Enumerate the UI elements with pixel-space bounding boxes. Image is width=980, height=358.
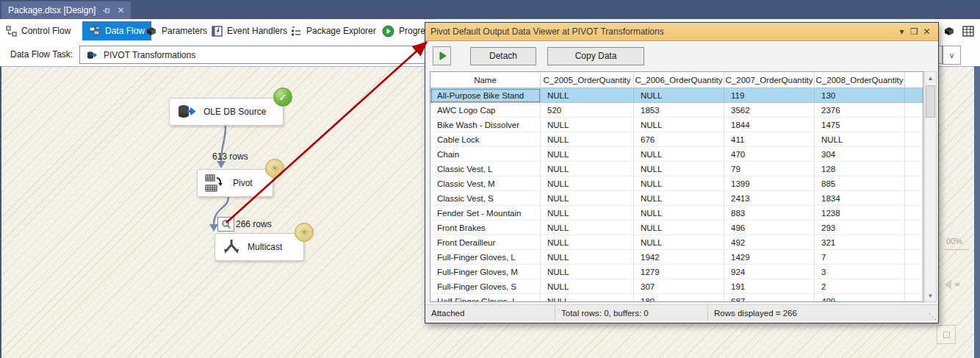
table-cell[interactable]: 2	[815, 279, 905, 294]
table-cell[interactable]: 79	[724, 162, 815, 176]
table-cell[interactable]: 128	[815, 162, 905, 176]
table-cell[interactable]: 3	[815, 265, 905, 279]
table-cell[interactable]: NULL	[541, 294, 634, 302]
tab-parameters[interactable]: Parameters	[145, 19, 207, 43]
table-row[interactable]: Classic Vest, MNULLNULL1399885	[430, 176, 923, 191]
table-row[interactable]: ChainNULLNULL470304	[430, 147, 923, 162]
table-cell[interactable]: NULL	[634, 191, 724, 206]
table-cell[interactable]: 1238	[815, 206, 905, 221]
table-cell[interactable]: 1429	[724, 250, 815, 265]
data-viewer-magnifier-icon[interactable]	[217, 217, 234, 232]
table-cell[interactable]: NULL	[634, 88, 724, 103]
table-cell[interactable]: 1399	[724, 176, 815, 191]
maximize-icon[interactable]: ❒	[908, 26, 920, 37]
table-cell[interactable]: 470	[724, 147, 815, 162]
table-cell[interactable]: NULL	[541, 162, 634, 176]
copy-data-button[interactable]: Copy Data	[547, 47, 644, 65]
table-cell[interactable]: Full-Finger Gloves, M	[430, 265, 541, 279]
scroll-up-icon[interactable]: ▲	[925, 72, 936, 84]
combobox-chevron-down-icon[interactable]: ∨	[943, 46, 961, 65]
table-cell[interactable]: 293	[815, 221, 905, 235]
table-cell[interactable]: NULL	[634, 118, 724, 132]
node-pivot[interactable]: Pivot	[197, 169, 273, 197]
table-row[interactable]: Fender Set - MountainNULLNULL8831238	[430, 206, 923, 221]
table-cell[interactable]: NULL	[634, 206, 724, 221]
table-cell[interactable]: 191	[724, 279, 815, 294]
column-header[interactable]: C_2005_OrderQuantity	[541, 72, 634, 88]
table-cell[interactable]: 130	[815, 88, 905, 103]
column-header[interactable]: C_2008_OrderQuantity	[815, 72, 905, 88]
table-cell[interactable]: NULL	[634, 147, 724, 162]
dialog-title-bar[interactable]: Pivot Default Output Data Viewer at PIVO…	[425, 23, 938, 41]
package-icon[interactable]	[943, 19, 956, 43]
table-cell[interactable]: NULL	[541, 191, 634, 206]
table-row[interactable]: Full-Finger Gloves, SNULL3071912	[430, 279, 923, 294]
tab-data-flow[interactable]: Data Flow	[82, 21, 151, 40]
table-row[interactable]: Front DerailleurNULLNULL492321	[430, 235, 923, 250]
table-row[interactable]: Half-Finger Gloves, LNULL180687409	[430, 294, 923, 302]
column-header[interactable]: C_2006_OrderQuantity	[634, 72, 724, 88]
table-cell[interactable]: Half-Finger Gloves, L	[430, 294, 541, 302]
table-cell[interactable]: 496	[724, 221, 815, 235]
collapse-chevron-icon[interactable]	[945, 279, 951, 290]
table-cell[interactable]: 1844	[724, 118, 815, 132]
node-ole-db-source[interactable]: OLE DB Source	[169, 98, 284, 126]
table-cell[interactable]: NULL	[541, 88, 634, 103]
table-cell[interactable]: NULL	[634, 176, 724, 191]
table-cell[interactable]: 492	[724, 235, 815, 250]
table-row[interactable]: All-Purpose Bike StandNULLNULL119130	[430, 88, 923, 103]
vertical-scrollbar[interactable]: ▲ ▼	[924, 71, 937, 302]
variables-grid-icon[interactable]	[962, 19, 974, 43]
table-cell[interactable]: 7	[815, 250, 905, 265]
table-cell[interactable]: 676	[634, 132, 724, 147]
table-cell[interactable]: 304	[815, 147, 905, 162]
table-row[interactable]: AWC Logo Cap520185335622376	[430, 103, 923, 118]
table-cell[interactable]: AWC Logo Cap	[430, 103, 541, 118]
resize-grip-icon[interactable]: ⋱	[929, 312, 937, 321]
table-cell[interactable]: Classic Vest, S	[430, 191, 541, 206]
table-cell[interactable]: 411	[724, 132, 815, 147]
window-menu-dropdown-icon[interactable]: ▾	[896, 26, 908, 37]
table-cell[interactable]: NULL	[541, 265, 634, 279]
table-cell[interactable]: Cable Lock	[430, 132, 541, 147]
tab-package-dtsx[interactable]: Package.dtsx [Design] ✕	[1, 1, 131, 19]
table-cell[interactable]: NULL	[541, 235, 634, 250]
table-cell[interactable]: Front Brakes	[430, 221, 541, 235]
table-cell[interactable]: 2413	[724, 191, 815, 206]
table-cell[interactable]: Fender Set - Mountain	[430, 206, 541, 221]
table-row[interactable]: Bike Wash - DissolverNULLNULL18441475	[430, 118, 923, 132]
table-cell[interactable]: NULL	[634, 235, 724, 250]
table-row[interactable]: Full-Finger Gloves, LNULL194214297	[430, 250, 923, 265]
tab-event-handlers[interactable]: Event Handlers	[212, 19, 287, 43]
table-cell[interactable]: 1475	[815, 118, 905, 132]
table-row[interactable]: Cable LockNULL676411NULL	[430, 132, 923, 147]
resume-play-button[interactable]	[433, 46, 451, 65]
table-cell[interactable]: Classic Vest, L	[430, 162, 541, 176]
table-cell[interactable]: 883	[724, 206, 815, 221]
table-cell[interactable]: 1853	[634, 103, 724, 118]
table-cell[interactable]: 885	[815, 176, 905, 191]
table-cell[interactable]: Full-Finger Gloves, S	[430, 279, 541, 294]
table-cell[interactable]: NULL	[541, 147, 634, 162]
table-cell[interactable]: NULL	[541, 279, 634, 294]
tab-package-explorer[interactable]: Package Explorer	[291, 19, 376, 43]
table-cell[interactable]: 520	[541, 103, 634, 118]
surface-navigator-button[interactable]	[937, 325, 956, 344]
table-cell[interactable]: 321	[815, 235, 905, 250]
table-row[interactable]: Classic Vest, LNULLNULL79128	[430, 162, 923, 176]
table-cell[interactable]: 924	[724, 265, 815, 279]
table-cell[interactable]: Bike Wash - Dissolver	[430, 118, 541, 132]
table-cell[interactable]: Classic Vest, M	[430, 176, 541, 191]
table-cell[interactable]: 119	[724, 88, 815, 103]
table-row[interactable]: Classic Vest, SNULLNULL24131834	[430, 191, 923, 206]
scroll-down-icon[interactable]: ▼	[925, 290, 936, 301]
table-cell[interactable]: 1834	[815, 191, 905, 206]
table-cell[interactable]: Chain	[430, 147, 541, 162]
table-cell[interactable]: All-Purpose Bike Stand	[430, 88, 541, 103]
table-cell[interactable]: NULL	[541, 118, 634, 132]
table-cell[interactable]: Front Derailleur	[430, 235, 541, 250]
scrollbar-thumb[interactable]	[926, 85, 935, 118]
table-cell[interactable]: NULL	[541, 206, 634, 221]
table-cell[interactable]: NULL	[815, 132, 905, 147]
table-cell[interactable]: 409	[815, 294, 905, 302]
